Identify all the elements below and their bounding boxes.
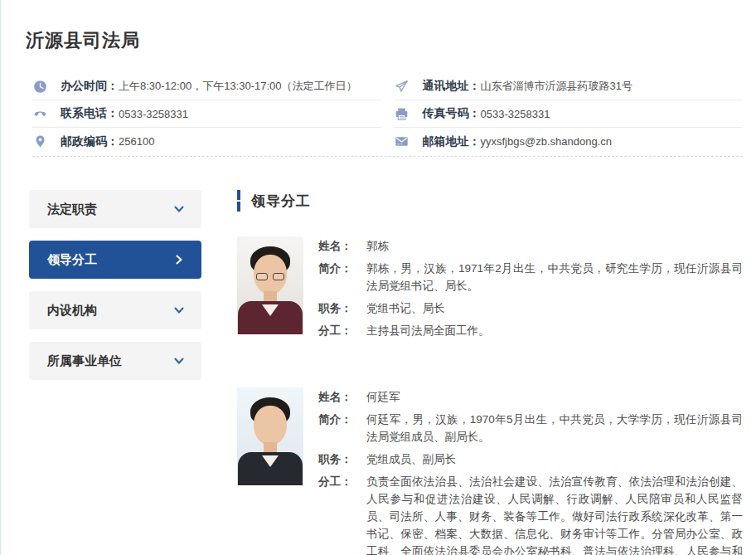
section-header: 领导分工 [237, 190, 743, 212]
clock-icon [32, 79, 47, 94]
contact-value: 山东省淄博市沂源县药玻路31号 [481, 79, 632, 94]
section-marker-icon [237, 190, 240, 212]
contact-value: 0533-3258331 [119, 108, 188, 120]
contact-value: 0533-3258331 [481, 108, 550, 120]
contact-row-email: 邮箱地址： yyxsfjbgs@zb.shandong.cn [395, 128, 744, 155]
contact-label: 邮政编码： [61, 134, 119, 149]
leader-duty: 负责全面依法治县、法治社会建设、法治宣传教育、依法治理和法治创建、人民参与和促进… [366, 473, 743, 555]
chevron-down-icon [173, 203, 185, 215]
leader-position: 党组成员、副局长 [366, 450, 743, 468]
leader-name: 何廷军 [366, 388, 743, 406]
contact-col-left: 办公时间： 上午8:30-12:00，下午13:30-17:00（法定工作日） … [32, 73, 381, 155]
detail-row-position: 职务： 党组成员、副局长 [318, 450, 743, 468]
field-label: 简介： [318, 260, 366, 295]
contact-value: 上午8:30-12:00，下午13:30-17:00（法定工作日） [119, 79, 357, 94]
contact-value: yyxsfjbgs@zb.shandong.cn [481, 135, 612, 148]
sidebar-item-leadership[interactable]: 领导分工 [29, 241, 201, 279]
sidebar-item-legal-duties[interactable]: 法定职责 [29, 190, 201, 228]
content-area: 法定职责 领导分工 内设机构 所属事业单位 [26, 190, 743, 555]
contact-label: 联系电话： [61, 106, 119, 121]
leader-position: 党组书记、局长 [366, 299, 743, 317]
fax-icon [395, 106, 410, 121]
leader-card: 姓名： 何廷军 简介： 何廷军，男，汉族，1970年5月出生，中共党员，大学学历… [237, 387, 743, 555]
detail-row-intro: 简介： 何廷军，男，汉族，1970年5月出生，中共党员，大学学历，现任沂源县司法… [318, 411, 743, 445]
chevron-right-icon [173, 254, 185, 265]
leader-photo [237, 236, 303, 334]
detail-row-name: 姓名： 何廷军 [318, 388, 743, 406]
contact-row-fax: 传真号码： 0533-3258331 [395, 100, 744, 128]
leader-name: 郭栋 [366, 237, 743, 255]
leader-duty: 主持县司法局全面工作。 [366, 322, 743, 339]
sidebar-item-label: 法定职责 [47, 202, 97, 217]
detail-row-duty: 分工： 主持县司法局全面工作。 [318, 322, 743, 339]
field-label: 职务： [318, 299, 366, 317]
page: 沂源县司法局 办公时间： 上午8:30-12:00，下午13:30-17:00（… [1, 0, 756, 555]
section-title: 领导分工 [251, 192, 311, 211]
detail-row-position: 职务： 党组书记、局长 [318, 299, 743, 317]
contact-label: 通讯地址： [423, 79, 481, 94]
sidebar-item-label: 领导分工 [47, 252, 97, 268]
sidebar-item-label: 所属事业单位 [47, 353, 122, 369]
leader-intro: 何廷军，男，汉族，1970年5月出生，中共党员，大学学历，现任沂源县司法局党组成… [366, 411, 743, 445]
contact-label: 办公时间： [61, 79, 119, 94]
detail-row-duty: 分工： 负责全面依法治县、法治社会建设、法治宣传教育、依法治理和法治创建、人民参… [318, 473, 743, 555]
mail-icon [395, 134, 410, 149]
contact-row-postcode: 邮政编码： 256100 [32, 128, 381, 155]
main-panel: 领导分工 姓名： 郭栋 简介： 郭栋，男，汉族，1971年2月出生，中共党员，研… [237, 190, 743, 555]
detail-row-name: 姓名： 郭栋 [318, 237, 743, 255]
detail-row-intro: 简介： 郭栋，男，汉族，1971年2月出生，中共党员，研究生学历，现任沂源县司法… [318, 260, 743, 295]
leader-card: 姓名： 郭栋 简介： 郭栋，男，汉族，1971年2月出生，中共党员，研究生学历，… [237, 236, 743, 344]
contact-col-right: 通讯地址： 山东省淄博市沂源县药玻路31号 传真号码： 0533-3258331… [395, 73, 744, 155]
sidebar-item-label: 内设机构 [47, 303, 97, 319]
contact-row-office-hours: 办公时间： 上午8:30-12:00，下午13:30-17:00（法定工作日） [32, 73, 381, 100]
field-label: 职务： [318, 450, 366, 468]
contact-value: 256100 [119, 135, 154, 148]
leader-detail: 姓名： 何廷军 简介： 何廷军，男，汉族，1970年5月出生，中共党员，大学学历… [318, 387, 743, 555]
contact-info-panel: 办公时间： 上午8:30-12:00，下午13:30-17:00（法定工作日） … [32, 73, 743, 157]
leader-intro: 郭栋，男，汉族，1971年2月出生，中共党员，研究生学历，现任沂源县司法局党组书… [366, 260, 743, 295]
page-title: 沂源县司法局 [26, 0, 743, 53]
location-pin-icon [32, 134, 47, 149]
leader-detail: 姓名： 郭栋 简介： 郭栋，男，汉族，1971年2月出生，中共党员，研究生学历，… [318, 236, 743, 344]
chevron-down-icon [173, 355, 185, 367]
sidebar-item-affiliated-units[interactable]: 所属事业单位 [29, 342, 201, 380]
field-label: 姓名： [318, 237, 366, 255]
sidebar-nav: 法定职责 领导分工 内设机构 所属事业单位 [29, 190, 201, 555]
field-label: 姓名： [318, 388, 366, 406]
sidebar-item-internal-orgs[interactable]: 内设机构 [29, 291, 201, 329]
send-icon [395, 79, 410, 94]
contact-row-address: 通讯地址： 山东省淄博市沂源县药玻路31号 [395, 73, 744, 100]
field-label: 分工： [318, 322, 366, 339]
contact-label: 邮箱地址： [423, 134, 481, 149]
contact-row-phone: 联系电话： 0533-3258331 [32, 100, 381, 128]
phone-icon [32, 106, 47, 121]
chevron-down-icon [173, 304, 185, 316]
leader-photo [237, 387, 303, 485]
field-label: 简介： [318, 411, 366, 445]
contact-label: 传真号码： [423, 106, 481, 121]
field-label: 分工： [318, 473, 366, 555]
